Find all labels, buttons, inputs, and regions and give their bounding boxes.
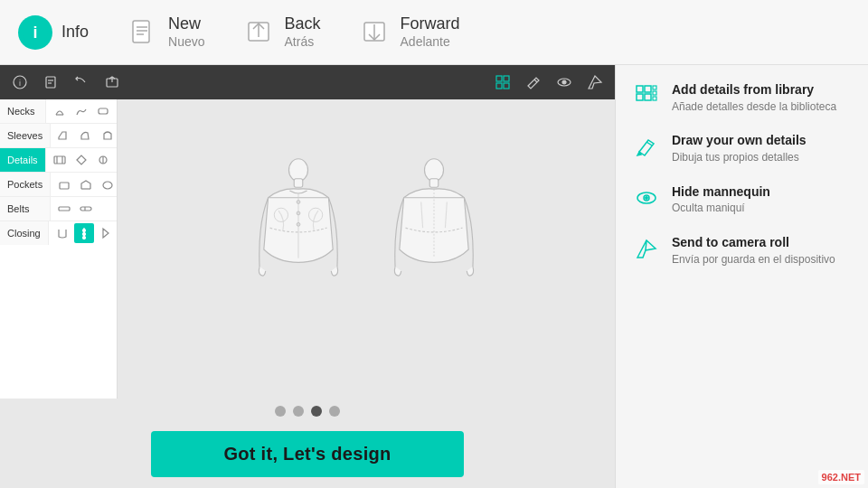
dot-4[interactable] (329, 406, 340, 417)
dropdown-row-pockets[interactable]: Pockets (0, 173, 117, 197)
info-item-send: Send to camera roll Envía por guarda en … (634, 234, 850, 267)
eye-icon (634, 185, 659, 211)
neck-icon-3[interactable] (93, 101, 113, 121)
dropdown-row-necks[interactable]: Necks (0, 99, 117, 124)
toolbar-info-btn[interactable]: i (7, 70, 33, 95)
dropdown-pockets-label: Pockets (0, 173, 51, 196)
svg-rect-26 (54, 156, 65, 164)
detail-icon-2[interactable] (71, 150, 91, 170)
mannequin-area (118, 99, 615, 399)
svg-rect-57 (653, 97, 656, 100)
nav-item-forward[interactable]: Forward Adelante (357, 14, 460, 49)
toolbar-send-btn[interactable] (582, 70, 608, 95)
closing-icon-3[interactable] (96, 223, 116, 243)
nav-item-back[interactable]: Back Atrás (241, 14, 321, 49)
toolbar-file-btn[interactable] (38, 70, 63, 95)
dropdown-pockets-icons (51, 173, 121, 196)
sleeve-icon-2[interactable] (76, 126, 96, 145)
hide-subtitle: Oculta maniquí (672, 201, 770, 216)
forward-label: Forward (401, 14, 460, 34)
dropdown-necks-label: Necks (0, 99, 46, 123)
forward-nav-labels: Forward Adelante (401, 14, 460, 49)
info-text-draw: Draw your own details Dibuja tus propios… (672, 132, 807, 164)
bottom-button-area: Got it, Let's design (0, 424, 615, 488)
svg-rect-12 (46, 77, 55, 88)
nav-item-info[interactable]: i Info (18, 15, 89, 50)
dot-1[interactable] (275, 406, 286, 417)
pocket-icon-3[interactable] (98, 174, 118, 194)
closing-icon-2[interactable] (74, 223, 94, 243)
mannequin-front (240, 155, 357, 344)
svg-point-61 (646, 197, 647, 199)
toolbar-eye-btn[interactable] (552, 70, 577, 95)
pocket-icon-1[interactable] (54, 174, 74, 194)
draw-subtitle: Dibuja tus propios detalles (672, 150, 807, 165)
svg-point-37 (82, 230, 85, 232)
new-label: New (168, 14, 204, 34)
svg-point-33 (103, 182, 112, 189)
toolbar-undo-btn[interactable] (69, 70, 94, 95)
dot-3[interactable] (311, 406, 322, 417)
top-navigation: i Info New Nuevo (0, 0, 868, 65)
svg-rect-17 (504, 76, 509, 81)
info-nav-labels: Info (61, 23, 89, 42)
pocket-icon-2[interactable] (76, 174, 96, 194)
send-icon (634, 236, 659, 261)
dropdown-row-belts[interactable]: Belts (0, 197, 117, 221)
info-text-send: Send to camera roll Envía por guarda en … (672, 234, 835, 267)
neck-icon-1[interactable] (50, 101, 70, 121)
dropdown-panel: Necks Sleeves (0, 99, 118, 399)
dropdown-row-sleeves[interactable]: Sleeves (0, 124, 117, 148)
dropdown-closing-icons (49, 221, 119, 245)
info-panel: Add details from library Añade detalles … (615, 65, 868, 488)
forward-sublabel: Adelante (401, 34, 460, 50)
dropdown-row-details[interactable]: Details (0, 148, 117, 173)
dropdown-belts-label: Belts (0, 197, 51, 221)
svg-line-63 (646, 240, 646, 250)
detail-icon-3[interactable] (93, 150, 113, 170)
watermark: 962.NET (818, 470, 864, 484)
neck-icon-2[interactable] (71, 101, 91, 121)
library-title: Add details from library (672, 81, 836, 99)
svg-rect-53 (637, 94, 643, 100)
library-icon (634, 83, 659, 108)
svg-rect-51 (637, 86, 643, 92)
svg-point-39 (82, 237, 85, 239)
send-title: Send to camera roll (672, 234, 835, 252)
closing-icon-1[interactable] (52, 223, 72, 243)
dropdown-closing-label: Closing (0, 221, 49, 245)
svg-marker-23 (589, 76, 601, 89)
new-nav-icon (125, 14, 159, 49)
got-it-button[interactable]: Got it, Let's design (151, 431, 463, 477)
toolbar-grid-btn[interactable] (490, 70, 515, 95)
belt-icon-2[interactable] (76, 199, 96, 219)
dropdown-row-closing[interactable]: Closing (0, 221, 117, 245)
svg-text:i: i (33, 23, 37, 42)
toolbar-pencil-btn[interactable] (521, 70, 546, 95)
dropdown-details-icons (46, 148, 117, 172)
back-nav-icon (241, 14, 276, 49)
info-item-draw: Draw your own details Dibuja tus propios… (634, 132, 850, 164)
mannequin-back (375, 155, 493, 344)
detail-icon-1[interactable] (50, 150, 70, 170)
svg-point-44 (297, 211, 300, 215)
forward-nav-icon (357, 14, 392, 49)
svg-point-45 (297, 222, 300, 226)
dot-2[interactable] (293, 406, 304, 417)
svg-rect-2 (133, 21, 149, 42)
dropdown-details-label: Details (0, 148, 46, 172)
info-text-hide: Hide mannequin Oculta maniquí (672, 183, 770, 216)
back-label: Back (285, 14, 321, 34)
info-item-hide: Hide mannequin Oculta maniquí (634, 183, 850, 216)
back-sublabel: Atrás (285, 34, 321, 50)
belt-icon-1[interactable] (54, 199, 74, 219)
nav-item-new[interactable]: New Nuevo (125, 14, 204, 49)
sleeve-icon-1[interactable] (54, 126, 74, 145)
sleeve-icon-3[interactable] (98, 126, 118, 145)
svg-point-40 (289, 158, 308, 181)
new-sublabel: Nuevo (168, 34, 204, 50)
main-content: i (0, 65, 868, 488)
toolbar-share-btn[interactable] (99, 70, 125, 95)
svg-rect-19 (504, 83, 509, 89)
svg-point-38 (82, 233, 85, 236)
